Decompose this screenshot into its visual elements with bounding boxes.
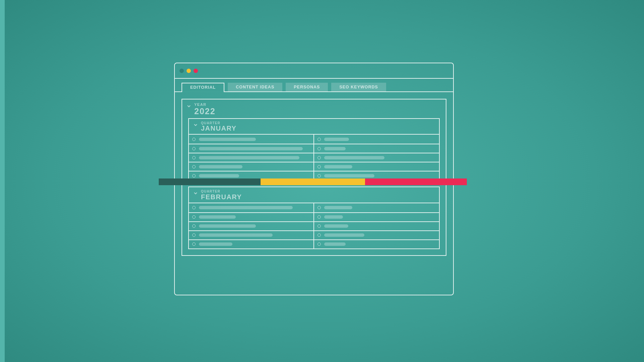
list-item[interactable] <box>314 162 439 171</box>
maximize-icon[interactable] <box>194 69 198 73</box>
radio-icon[interactable] <box>192 233 196 237</box>
month-labels: QUARTER JANUARY <box>201 122 236 132</box>
month-section-february: QUARTER FEBRUARY <box>188 187 440 249</box>
placeholder-bar <box>199 215 236 219</box>
tab-seo-keywords[interactable]: SEO KEYWORDS <box>331 83 386 91</box>
month-header[interactable]: QUARTER JANUARY <box>189 119 439 134</box>
list-item[interactable] <box>314 212 439 221</box>
window-body: YEAR 2022 QUARTER JANUARY <box>175 92 453 263</box>
tab-bar: EDITORIAL CONTENT IDEAS PERSONAS SEO KEY… <box>175 79 453 92</box>
list-item[interactable] <box>314 153 439 162</box>
close-icon[interactable] <box>180 69 184 73</box>
radio-icon[interactable] <box>317 215 321 219</box>
list-item[interactable] <box>189 239 313 248</box>
chevron-down-icon <box>194 123 198 127</box>
month-name: JANUARY <box>201 125 236 132</box>
list-item[interactable] <box>189 212 313 221</box>
list-item[interactable] <box>314 221 439 230</box>
right-column <box>314 135 439 180</box>
year-section: YEAR 2022 QUARTER JANUARY <box>182 99 446 256</box>
radio-icon[interactable] <box>192 174 196 177</box>
radio-icon[interactable] <box>317 233 321 237</box>
tab-content-ideas[interactable]: CONTENT IDEAS <box>228 83 282 91</box>
left-column <box>189 203 314 248</box>
list-item[interactable] <box>314 230 439 239</box>
radio-icon[interactable] <box>192 147 196 150</box>
placeholder-bar <box>324 174 374 177</box>
year-header[interactable]: YEAR 2022 <box>182 99 446 118</box>
placeholder-bar <box>199 165 242 168</box>
progress-segment <box>365 178 467 185</box>
radio-icon[interactable] <box>192 138 196 141</box>
radio-icon[interactable] <box>192 215 196 219</box>
month-rows <box>189 134 439 180</box>
chevron-down-icon <box>187 104 191 108</box>
list-item[interactable] <box>189 144 313 153</box>
tab-personas[interactable]: PERSONAS <box>286 83 328 91</box>
list-item[interactable] <box>189 153 313 162</box>
year-eyebrow: YEAR <box>194 103 216 107</box>
list-item[interactable] <box>314 239 439 248</box>
list-item[interactable] <box>189 203 313 212</box>
placeholder-bar <box>324 233 364 237</box>
month-section-january: QUARTER JANUARY <box>188 118 440 181</box>
placeholder-bar <box>199 206 293 209</box>
chevron-down-icon <box>194 191 198 195</box>
radio-icon[interactable] <box>192 224 196 228</box>
year-labels: YEAR 2022 <box>194 103 216 116</box>
radio-icon[interactable] <box>317 174 321 177</box>
tab-editorial[interactable]: EDITORIAL <box>182 83 224 91</box>
list-item[interactable] <box>189 162 313 171</box>
placeholder-bar <box>199 224 256 228</box>
left-edge-strip <box>0 0 5 362</box>
placeholder-bar <box>324 224 348 228</box>
progress-segment <box>261 178 365 185</box>
placeholder-bar <box>324 215 343 219</box>
year-value: 2022 <box>194 107 216 116</box>
radio-icon[interactable] <box>192 156 196 159</box>
month-header[interactable]: QUARTER FEBRUARY <box>189 187 439 203</box>
list-item[interactable] <box>314 203 439 212</box>
radio-icon[interactable] <box>192 242 196 246</box>
placeholder-bar <box>199 138 256 141</box>
placeholder-bar <box>199 233 273 237</box>
left-column <box>189 135 314 180</box>
progress-segment <box>159 178 261 185</box>
placeholder-bar <box>324 242 346 246</box>
radio-icon[interactable] <box>317 138 321 141</box>
placeholder-bar <box>199 156 299 159</box>
right-column <box>314 203 439 248</box>
tab-label: CONTENT IDEAS <box>236 85 274 89</box>
month-name: FEBRUARY <box>201 194 242 201</box>
tab-label: EDITORIAL <box>190 85 216 90</box>
radio-icon[interactable] <box>192 206 196 209</box>
radio-icon[interactable] <box>317 224 321 228</box>
list-item[interactable] <box>189 135 313 144</box>
month-rows <box>189 203 439 248</box>
radio-icon[interactable] <box>317 206 321 209</box>
radio-icon[interactable] <box>317 165 321 168</box>
minimize-icon[interactable] <box>187 69 191 73</box>
placeholder-bar <box>199 174 239 177</box>
radio-icon[interactable] <box>317 147 321 150</box>
placeholder-bar <box>324 147 346 150</box>
placeholder-bar <box>199 242 232 246</box>
placeholder-bar <box>324 165 352 168</box>
tab-label: SEO KEYWORDS <box>339 85 378 89</box>
radio-icon[interactable] <box>317 156 321 159</box>
month-labels: QUARTER FEBRUARY <box>201 190 242 201</box>
list-item[interactable] <box>314 144 439 153</box>
radio-icon[interactable] <box>317 242 321 246</box>
list-item[interactable] <box>189 221 313 230</box>
placeholder-bar <box>324 206 352 209</box>
progress-bar <box>159 178 467 185</box>
placeholder-bar <box>324 156 384 159</box>
titlebar <box>175 63 453 79</box>
list-item[interactable] <box>314 135 439 144</box>
tab-label: PERSONAS <box>294 85 320 89</box>
placeholder-bar <box>324 138 349 141</box>
list-item[interactable] <box>189 230 313 239</box>
radio-icon[interactable] <box>192 165 196 168</box>
placeholder-bar <box>199 147 303 150</box>
